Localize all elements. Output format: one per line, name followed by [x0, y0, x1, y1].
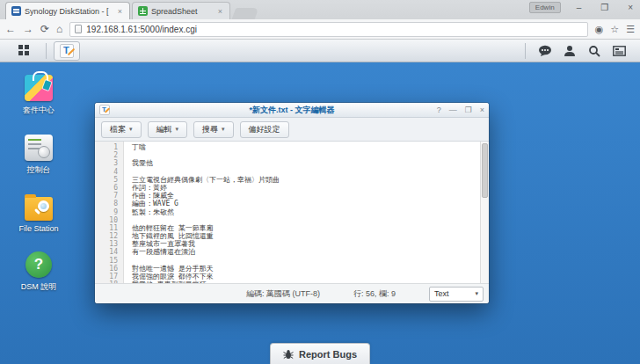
profile-badge[interactable]: Edwin: [529, 2, 561, 13]
editor-line: 18 我愛他 轟轟烈烈最瘋狂: [95, 280, 489, 283]
screen: Synology DiskStation - [ × SpreadSheet ×…: [0, 0, 640, 364]
page-icon: [75, 25, 82, 33]
browser-menu-icon[interactable]: ☰: [626, 24, 635, 35]
line-number: 8: [95, 200, 123, 207]
line-number: 9: [95, 208, 123, 216]
refresh-icon[interactable]: ⟳: [40, 24, 49, 34]
report-bugs-button[interactable]: Report Bugs: [270, 343, 370, 364]
desktop-icon-package-center[interactable]: 套件中心: [11, 75, 67, 116]
window-maximize-button[interactable]: ❐: [597, 4, 612, 12]
url-text[interactable]: 192.168.1.61:5000/index.cgi: [86, 25, 197, 34]
window-close-button[interactable]: ×: [624, 4, 636, 12]
editor-line: 17 我倔強的眼淚 都停不下來: [95, 273, 489, 280]
editor-line: 6 作詞：黃婷: [95, 184, 489, 192]
tab-spreadsheet[interactable]: SpreadSheet ×: [132, 2, 230, 19]
editor-status-bar: 編碼: 萬國碼 (UTF-8) 行: 56, 欄: 9 Text ▾: [95, 283, 489, 303]
editor-scrollbar[interactable]: [480, 142, 489, 283]
back-icon[interactable]: ←: [5, 24, 16, 34]
editor-close-button[interactable]: ×: [480, 106, 484, 114]
desktop-icon-dsm-help[interactable]: ? DSM 說明: [11, 251, 67, 293]
address-bar[interactable]: 192.168.1.61:5000/index.cgi: [69, 22, 587, 37]
line-text: 三立電視台經典偶像劇〈下一站，幸福〉片頭曲: [123, 176, 280, 184]
editor-maximize-button[interactable]: ❐: [465, 106, 472, 114]
menu-edit-button[interactable]: 編輯 ▾: [148, 121, 188, 138]
editor-line: 11 他的輕狂留在 某一節車廂: [95, 224, 489, 232]
tab-title: SpreadSheet: [151, 7, 213, 16]
synology-favicon-icon: [11, 6, 21, 16]
notifications-button[interactable]: [533, 41, 557, 61]
menu-search-button[interactable]: 搜尋 ▾: [193, 121, 234, 138]
editor-line: 4: [95, 168, 489, 176]
desktop-icon-control-panel[interactable]: 控制台: [11, 135, 67, 176]
editor-menu-bar: 檔案 ▾ 編輯 ▾ 搜尋 ▾ 偏好設定: [95, 118, 489, 142]
syntax-value: Text: [434, 289, 449, 298]
user-options-button[interactable]: [557, 41, 582, 61]
desktop-icon-file-station[interactable]: File Station: [11, 194, 67, 233]
line-text: 地下鐵裡的風 比回憶還重: [123, 232, 214, 240]
tab-close-icon[interactable]: ×: [216, 7, 224, 16]
tab-title: Synology DiskStation - [: [25, 7, 113, 16]
line-text: 整座城市一直罩著我: [123, 240, 195, 248]
chat-bubble-icon: [538, 45, 552, 57]
home-icon[interactable]: ⌂: [56, 24, 62, 34]
control-panel-icon: [25, 135, 53, 161]
file-station-icon: [25, 194, 53, 221]
bookmark-star-icon[interactable]: ☆: [610, 24, 619, 35]
taskbar-divider: [46, 43, 47, 59]
editor-window-title: *新文件.txt - 文字編輯器: [95, 105, 489, 116]
text-editor-icon: [60, 44, 74, 58]
editor-line: 12 地下鐵裡的風 比回憶還重: [95, 232, 489, 240]
editor-line: 7 作曲：陳威全: [95, 192, 489, 200]
editor-help-button[interactable]: ?: [437, 106, 441, 114]
editor-text-area[interactable]: 1 丁噹 2 3 我愛他: [95, 142, 489, 283]
line-text: 監製：朱敬然: [123, 208, 174, 216]
menu-file-button[interactable]: 檔案 ▾: [101, 121, 142, 138]
line-number: 15: [95, 257, 123, 265]
line-text: 我倔強的眼淚 都停不下來: [123, 273, 214, 280]
spreadsheet-favicon-icon: [138, 6, 148, 16]
line-number: 14: [95, 248, 123, 256]
line-text: 作詞：黃婷: [123, 184, 167, 192]
taskbar-app-text-editor[interactable]: [54, 41, 80, 61]
menu-label: 編輯: [156, 124, 172, 135]
help-question-icon: ?: [25, 251, 52, 278]
syntax-select[interactable]: Text ▾: [429, 287, 484, 302]
forward-icon[interactable]: →: [23, 24, 33, 34]
line-number: 4: [95, 168, 123, 176]
window-minimize-button[interactable]: –: [573, 4, 585, 12]
status-encoding: 編碼: 萬國碼 (UTF-8): [246, 288, 320, 300]
editor-line: 9 監製：朱敬然: [95, 208, 489, 216]
taskbar-divider: [525, 43, 526, 59]
line-number: 16: [95, 265, 123, 273]
desktop-icon-label: 控制台: [27, 164, 51, 176]
editor-title-bar[interactable]: *新文件.txt - 文字編輯器 ? — ❐ ×: [95, 103, 489, 118]
scrollbar-thumb[interactable]: [482, 143, 488, 198]
line-text: 我愛他 轟轟烈烈最瘋狂: [123, 280, 207, 283]
bug-icon: [283, 349, 294, 360]
editor-line: 13 整座城市一直罩著我: [95, 240, 489, 248]
chevron-down-icon: ▾: [129, 126, 133, 133]
editor-code: 1 丁噹 2 3 我愛他: [95, 142, 489, 283]
editor-line: 5 三立電視台經典偶像劇〈下一站，幸福〉片頭曲: [95, 176, 489, 184]
desktop-icon-column: 套件中心 控制台 File Station ? DSM 說明: [11, 75, 67, 293]
editor-line: 1 丁噹: [95, 143, 489, 151]
text-editor-window: *新文件.txt - 文字編輯器 ? — ❐ × 檔案 ▾ 編輯 ▾: [95, 103, 489, 303]
editor-minimize-button[interactable]: —: [449, 106, 457, 114]
status-cursor-position: 行: 56, 欄: 9: [353, 288, 396, 300]
chevron-down-icon: ▾: [222, 126, 225, 133]
browser-toolbar: ← → ⟳ ⌂ 192.168.1.61:5000/index.cgi ◉ ☆ …: [0, 19, 640, 40]
main-menu-button[interactable]: [9, 41, 39, 61]
extension-icon[interactable]: ◉: [595, 24, 604, 35]
search-button[interactable]: [582, 41, 607, 61]
pilot-view-button[interactable]: [607, 41, 631, 61]
menu-preferences-button[interactable]: 偏好設定: [240, 121, 289, 138]
tab-close-icon[interactable]: ×: [116, 7, 124, 16]
new-tab-button[interactable]: [232, 8, 259, 19]
line-text: [123, 168, 132, 176]
tab-synology-diskstation[interactable]: Synology DiskStation - [ ×: [5, 2, 130, 19]
browser-tabstrip: Synology DiskStation - [ × SpreadSheet ×…: [0, 0, 640, 19]
report-bugs-label: Report Bugs: [299, 349, 357, 360]
line-text: 有一段感情還在漂泊: [123, 248, 195, 256]
dsm-desktop: 套件中心 控制台 File Station ? DSM 說明: [0, 40, 640, 364]
desktop-icon-label: 套件中心: [23, 105, 55, 116]
